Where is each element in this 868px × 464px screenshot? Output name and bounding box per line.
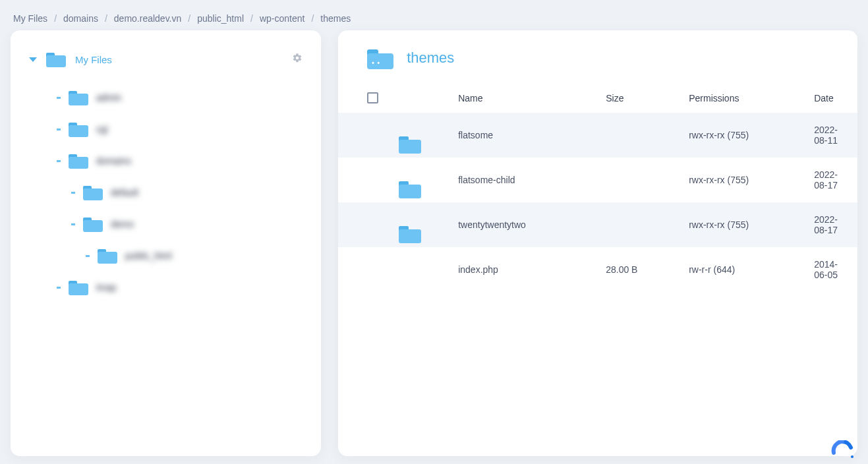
tree-item-label: public_html — [125, 250, 172, 261]
table-row[interactable]: flatsomerwx-rx-rx (755)2022-08-11 — [338, 113, 857, 158]
col-size-header[interactable]: Size — [606, 93, 689, 103]
breadcrumb-item[interactable]: domains — [63, 13, 98, 24]
breadcrumb-item[interactable]: My Files — [13, 13, 47, 24]
folder-icon — [69, 153, 88, 169]
col-name-header[interactable]: Name — [458, 93, 606, 103]
caret-down-icon[interactable] — [29, 57, 37, 62]
select-all-checkbox[interactable] — [367, 92, 378, 103]
folder-icon — [69, 121, 88, 137]
tree-item[interactable]: admin — [43, 82, 306, 113]
tree-item-label: default — [111, 187, 138, 198]
tree-item[interactable]: demo — [43, 208, 306, 240]
current-folder-title: themes — [407, 49, 454, 67]
row-name: twentytwentytwo — [458, 219, 606, 230]
col-date-header[interactable]: Date — [814, 93, 838, 103]
col-permissions-header[interactable]: Permissions — [689, 93, 814, 103]
tree-item[interactable]: imap — [43, 272, 306, 303]
file-list-panel: • • themes Name Size Permissions Date fl… — [338, 30, 857, 456]
tree-item-label: admin — [96, 92, 121, 103]
row-date: 2022-08-11 — [814, 125, 838, 146]
table-row[interactable]: flatsome-childrwx-rx-rx (755)2022-08-17 — [338, 158, 857, 202]
tree-item-label: demo — [111, 219, 134, 229]
breadcrumb-item[interactable]: wp-content — [260, 13, 304, 24]
folder-icon — [83, 185, 103, 200]
recaptcha-badge — [827, 440, 857, 460]
table-header: Name Size Permissions Date — [338, 83, 857, 113]
tree-item[interactable]: default — [43, 177, 306, 208]
row-size: 28.00 B — [606, 264, 689, 275]
folder-icon — [98, 248, 117, 264]
breadcrumb-separator: / — [54, 13, 57, 24]
tree-root-label: My Files — [75, 54, 112, 65]
breadcrumb-item[interactable]: public_html — [197, 13, 244, 24]
breadcrumb-separator: / — [311, 13, 314, 24]
row-date: 2014-06-05 — [814, 259, 838, 280]
tree-item-label: cgi — [96, 124, 108, 134]
row-permissions: rwx-rx-rx (755) — [689, 175, 814, 185]
table-row[interactable]: twentytwentytworwx-rx-rx (755)2022-08-17 — [338, 202, 857, 247]
breadcrumb-separator: / — [188, 13, 190, 24]
tree-tick-icon — [57, 129, 61, 130]
breadcrumb-item[interactable]: demo.realdev.vn — [114, 13, 181, 24]
breadcrumb-separator: / — [105, 13, 107, 24]
tree-item[interactable]: domains — [43, 145, 306, 177]
svg-point-0 — [851, 455, 854, 458]
row-name: flatsome — [458, 130, 606, 140]
table-row[interactable]: index.php28.00 Brw-r-r (644)2014-06-05 — [338, 247, 857, 292]
tree-tick-icon — [57, 287, 61, 289]
row-name: flatsome-child — [458, 175, 606, 185]
row-permissions: rw-r-r (644) — [689, 264, 814, 275]
row-date: 2022-08-17 — [814, 169, 838, 190]
tree-root[interactable]: My Files — [25, 49, 306, 70]
tree-item[interactable]: public_html — [43, 240, 306, 272]
row-date: 2022-08-17 — [814, 214, 838, 235]
tree-item-label: imap — [96, 282, 116, 293]
gear-icon[interactable] — [292, 53, 303, 67]
row-name: index.php — [458, 264, 606, 275]
row-permissions: rwx-rx-rx (755) — [689, 219, 814, 230]
tree-tick-icon — [71, 223, 75, 225]
breadcrumb-item[interactable]: themes — [320, 13, 351, 24]
breadcrumb: My Files/domains/demo.realdev.vn/public_… — [0, 0, 868, 30]
row-permissions: rwx-rx-rx (755) — [689, 130, 814, 140]
folder-icon — [46, 51, 66, 67]
tree-tick-icon — [57, 160, 61, 162]
tree-tick-icon — [86, 255, 90, 257]
folder-icon — [83, 216, 103, 232]
folder-up-icon[interactable]: • • — [367, 47, 393, 69]
tree-item-label: domains — [96, 156, 131, 166]
panel-header: • • themes — [338, 33, 857, 83]
tree-tick-icon — [57, 97, 61, 99]
breadcrumb-separator: / — [250, 13, 253, 24]
tree-item[interactable]: cgi — [43, 113, 306, 145]
tree-tick-icon — [71, 192, 75, 194]
folder-icon — [69, 90, 88, 105]
sidebar-panel: My Files admincgidomainsdefaultdemopubli… — [11, 30, 321, 456]
folder-icon — [69, 279, 88, 295]
